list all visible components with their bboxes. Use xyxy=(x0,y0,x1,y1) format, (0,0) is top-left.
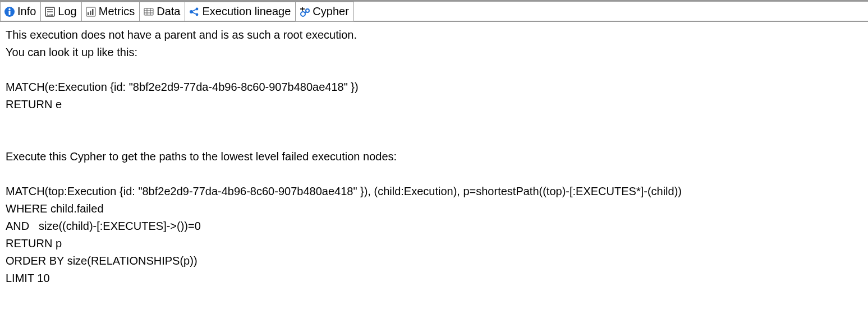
query2-line-6: LIMIT 10 xyxy=(6,272,50,284)
svg-line-19 xyxy=(192,10,196,11)
log-icon: Log xyxy=(44,6,56,17)
svg-rect-8 xyxy=(88,12,89,15)
section2-intro: Execute this Cypher to get the paths to … xyxy=(6,150,397,163)
query2-line-4: RETURN p xyxy=(6,237,62,249)
cypher-icon xyxy=(299,6,310,17)
tab-data[interactable]: Data xyxy=(139,2,185,21)
svg-text:Log: Log xyxy=(47,13,53,16)
intro-line-1: This execution does not have a parent an… xyxy=(6,29,357,41)
data-icon xyxy=(143,6,154,17)
query1-line-1: MATCH(e:Execution {id: "8bf2e2d9-77da-4b… xyxy=(6,81,359,93)
svg-rect-11 xyxy=(144,8,153,15)
window-frame: Info Log Log Metrics Data Execution line… xyxy=(0,0,868,319)
svg-line-25 xyxy=(305,12,306,13)
tab-info[interactable]: Info xyxy=(0,2,41,21)
tab-label: Log xyxy=(58,5,76,18)
svg-point-16 xyxy=(190,10,193,13)
query2-line-1: MATCH(top:Execution {id: "8bf2e2d9-77da-… xyxy=(6,185,682,197)
tab-label: Info xyxy=(17,5,36,18)
tab-label: Execution lineage xyxy=(202,5,291,18)
query2-line-5: ORDER BY size(RELATIONSHIPS(p)) xyxy=(6,255,198,267)
intro-line-2: You can look it up like this: xyxy=(6,46,137,58)
query2-line-2: WHERE child.failed xyxy=(6,202,104,215)
tab-bar: Info Log Log Metrics Data Execution line… xyxy=(0,2,868,22)
tab-label: Cypher xyxy=(313,5,348,18)
svg-rect-2 xyxy=(9,11,11,15)
tab-label: Metrics xyxy=(99,5,135,18)
svg-rect-10 xyxy=(92,9,94,15)
cypher-content: This execution does not have a parent an… xyxy=(0,22,868,292)
lineage-icon xyxy=(189,6,200,17)
tab-label: Data xyxy=(157,5,180,18)
tab-cypher[interactable]: Cypher xyxy=(295,2,353,21)
metrics-icon xyxy=(85,6,97,17)
query1-line-2: RETURN e xyxy=(6,98,62,110)
query2-line-3: AND size((child)-[:EXECUTES]->())=0 xyxy=(6,220,201,232)
svg-rect-9 xyxy=(90,11,91,15)
svg-line-20 xyxy=(192,12,196,14)
svg-point-1 xyxy=(8,8,10,10)
info-circle-icon xyxy=(4,6,15,17)
tab-log[interactable]: Log Log xyxy=(40,2,81,21)
tab-execution-lineage[interactable]: Execution lineage xyxy=(185,2,296,21)
tab-metrics[interactable]: Metrics xyxy=(81,2,140,21)
